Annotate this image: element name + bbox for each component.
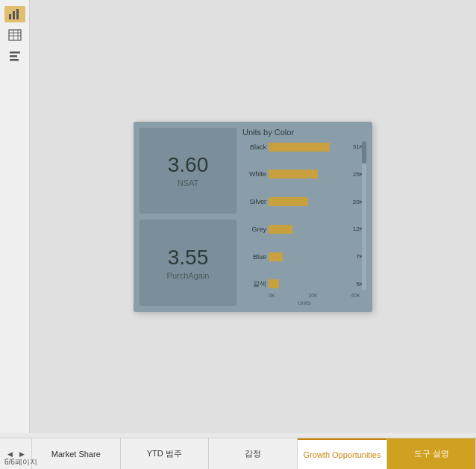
nsat-value: 3.60	[168, 153, 209, 177]
bar-container: 20K	[269, 197, 347, 206]
left-panel: 3.60 NSAT 3.55 PurchAgain	[140, 128, 237, 306]
bar-row: Silver20K	[242, 196, 366, 208]
svg-rect-10	[10, 59, 19, 61]
chart-area: Black31KWhite25KSilver20KGrey12KBlue7K갈색…	[242, 141, 366, 291]
dashboard-card: 3.60 NSAT 3.55 PurchAgain Units by Color…	[134, 122, 372, 312]
bar-container: 5K	[269, 279, 347, 288]
bar-label: 갈색	[242, 279, 266, 289]
bar-row: White25K	[242, 168, 366, 180]
bar-container: 25K	[269, 170, 347, 178]
svg-rect-8	[10, 52, 20, 54]
chart-title: Units by Color	[242, 128, 366, 137]
chart-scrollbar[interactable]	[362, 141, 366, 291]
x-axis-label: Units	[242, 299, 366, 306]
bar-container: 7K	[269, 252, 347, 261]
sidebar	[0, 0, 30, 433]
x-tick: 20K	[308, 293, 317, 298]
bar-row: Blue7K	[242, 251, 366, 263]
bar-fill	[269, 279, 279, 288]
bar-chart-sidebar-icon[interactable]	[4, 6, 25, 22]
x-tick: 40K	[351, 293, 360, 298]
format-sidebar-icon[interactable]	[4, 48, 25, 64]
x-axis: 0K20K40K	[242, 293, 366, 298]
bar-fill	[269, 170, 318, 178]
svg-rect-3	[9, 30, 21, 40]
nsat-label: NSAT	[178, 178, 199, 187]
tab-bar: ◀ ▶ Market ShareYTD 범주감정Growth Opportuni…	[0, 438, 476, 469]
svg-rect-1	[13, 11, 15, 19]
bar-label: Silver	[242, 198, 266, 205]
bar-fill	[269, 252, 283, 261]
bar-label: Grey	[242, 226, 266, 233]
bar-fill	[269, 225, 292, 234]
tab-item-3[interactable]: Growth Opportunities	[298, 438, 388, 469]
purchagain-metric-box: 3.55 PurchAgain	[140, 220, 237, 306]
svg-rect-0	[9, 14, 11, 19]
bar-row: Black31K	[242, 141, 366, 153]
bar-fill	[269, 197, 308, 206]
table-sidebar-icon[interactable]	[4, 27, 25, 43]
svg-rect-9	[10, 55, 17, 58]
tab-item-1[interactable]: YTD 범주	[121, 438, 210, 469]
bar-fill	[269, 143, 330, 152]
tab-item-0[interactable]: Market Share	[32, 438, 121, 469]
tab-item-2[interactable]: 감정	[209, 438, 298, 469]
bar-label: White	[242, 170, 266, 178]
bar-label: Black	[242, 143, 266, 151]
purchagain-label: PurchAgain	[167, 271, 210, 280]
purchagain-value: 3.55	[168, 246, 209, 270]
main-content: 3.60 NSAT 3.55 PurchAgain Units by Color…	[30, 0, 476, 433]
bar-container: 31K	[269, 143, 347, 152]
bar-label: Blue	[242, 253, 266, 261]
svg-rect-2	[16, 9, 19, 19]
bar-container: 12K	[269, 225, 347, 234]
right-panel: Units by Color Black31KWhite25KSilver20K…	[242, 128, 366, 306]
bar-row: 갈색5K	[242, 278, 366, 290]
page-number: 6/6페이지	[4, 457, 37, 468]
nsat-metric-box: 3.60 NSAT	[140, 128, 237, 214]
bar-row: Grey12K	[242, 223, 366, 235]
x-tick: 0K	[269, 293, 275, 298]
tab-item-4[interactable]: 도구 설명	[387, 438, 476, 469]
scrollbar-thumb	[362, 141, 366, 164]
